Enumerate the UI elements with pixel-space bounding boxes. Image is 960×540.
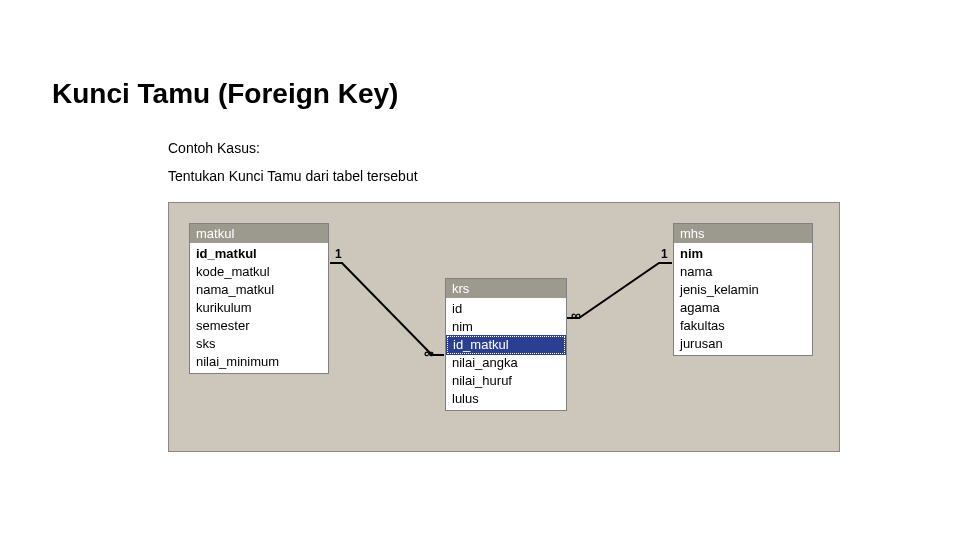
field-krs-nilai_angka[interactable]: nilai_angka xyxy=(446,354,566,372)
field-matkul-semester[interactable]: semester xyxy=(190,317,328,335)
field-mhs-jurusan[interactable]: jurusan xyxy=(674,335,812,353)
field-matkul-nilai_minimum[interactable]: nilai_minimum xyxy=(190,353,328,371)
cardinality-matkul-one: 1 xyxy=(335,247,342,261)
table-body-mhs: nim nama jenis_kelamin agama fakultas ju… xyxy=(674,243,812,355)
table-body-matkul: id_matkul kode_matkul nama_matkul kuriku… xyxy=(190,243,328,373)
field-mhs-fakultas[interactable]: fakultas xyxy=(674,317,812,335)
cardinality-krs-many-left: ∞ xyxy=(424,345,432,361)
subtitle-label: Contoh Kasus: xyxy=(168,140,260,156)
field-matkul-id_matkul[interactable]: id_matkul xyxy=(190,245,328,263)
table-header-matkul[interactable]: matkul xyxy=(190,224,328,243)
field-matkul-nama_matkul[interactable]: nama_matkul xyxy=(190,281,328,299)
table-header-mhs[interactable]: mhs xyxy=(674,224,812,243)
table-krs[interactable]: krs id nim id_matkul nilai_angka nilai_h… xyxy=(445,278,567,411)
field-krs-nilai_huruf[interactable]: nilai_huruf xyxy=(446,372,566,390)
field-krs-lulus[interactable]: lulus xyxy=(446,390,566,408)
table-body-krs: id nim id_matkul nilai_angka nilai_huruf… xyxy=(446,298,566,410)
field-krs-id_matkul[interactable]: id_matkul xyxy=(447,336,565,354)
field-matkul-kode_matkul[interactable]: kode_matkul xyxy=(190,263,328,281)
field-mhs-nama[interactable]: nama xyxy=(674,263,812,281)
field-mhs-nim[interactable]: nim xyxy=(674,245,812,263)
cardinality-mhs-one: 1 xyxy=(661,247,668,261)
relationship-diagram: matkul id_matkul kode_matkul nama_matkul… xyxy=(168,202,840,452)
field-mhs-jenis_kelamin[interactable]: jenis_kelamin xyxy=(674,281,812,299)
table-header-krs[interactable]: krs xyxy=(446,279,566,298)
table-matkul[interactable]: matkul id_matkul kode_matkul nama_matkul… xyxy=(189,223,329,374)
instruction-text: Tentukan Kunci Tamu dari tabel tersebut xyxy=(168,168,418,184)
field-mhs-agama[interactable]: agama xyxy=(674,299,812,317)
field-matkul-kurikulum[interactable]: kurikulum xyxy=(190,299,328,317)
field-matkul-sks[interactable]: sks xyxy=(190,335,328,353)
cardinality-krs-many-right: ∞ xyxy=(571,307,579,323)
page-title: Kunci Tamu (Foreign Key) xyxy=(52,78,398,110)
field-krs-nim[interactable]: nim xyxy=(446,318,566,336)
table-mhs[interactable]: mhs nim nama jenis_kelamin agama fakulta… xyxy=(673,223,813,356)
field-krs-id[interactable]: id xyxy=(446,300,566,318)
